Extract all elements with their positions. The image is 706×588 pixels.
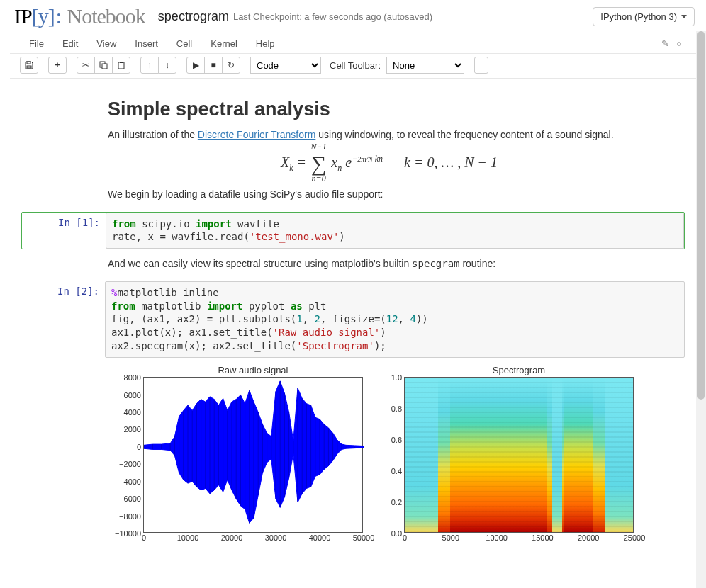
stop-icon: ■	[211, 60, 215, 70]
kw: import	[196, 218, 232, 230]
logo-rbracket: ]	[48, 4, 55, 28]
ytick: 8000	[124, 373, 144, 382]
plot-raw-title: Raw audio signal	[143, 365, 363, 375]
chevron-down-icon	[681, 15, 687, 18]
ytick: −10000	[115, 529, 144, 538]
txt: ,	[398, 313, 410, 324]
xtick: 40000	[309, 532, 331, 542]
ytick: −6000	[119, 494, 144, 503]
ytick: 0.6	[391, 436, 405, 444]
svg-rect-1	[27, 66, 31, 68]
xtick: 10000	[486, 532, 508, 542]
output-plots: Raw audio signal −10000−8000−6000−4000−2…	[108, 365, 671, 533]
num: 4	[410, 313, 415, 324]
code-cell-1[interactable]: In [1]: from scipy.io import wavfile rat…	[21, 212, 685, 250]
page-title: Simple spectral analysis	[108, 98, 671, 120]
kernel-selector-label: IPython (Python 3)	[600, 11, 677, 22]
cell-type-select[interactable]: Code	[250, 57, 321, 74]
ytick: 2000	[124, 425, 144, 434]
p3-prefix: And we can easily view its spectral stru…	[108, 258, 412, 269]
txt: ax2.specgram(x); ax2.set_title(	[111, 340, 296, 351]
p1-suffix: using windowing, to reveal the frequency…	[315, 129, 613, 140]
edit-mode-icon: ✎	[661, 38, 669, 49]
run-cell-button[interactable]: ▶	[186, 57, 205, 74]
play-icon: ▶	[193, 60, 199, 70]
move-cell-up-button[interactable]: ↑	[140, 57, 159, 74]
move-cell-down-button[interactable]: ↓	[158, 57, 176, 74]
ytick: 0.4	[391, 467, 405, 475]
input-prompt-2: In [2]:	[21, 281, 105, 358]
ytick: 0	[137, 443, 144, 451]
cell-toolbar-select[interactable]: None	[386, 57, 464, 74]
cut-cell-button[interactable]: ✂	[77, 57, 95, 74]
menu-kernel[interactable]: Kernel	[201, 34, 247, 53]
xtick: 10000	[177, 532, 199, 542]
txt: scipy.io	[136, 218, 196, 230]
kw: import	[207, 300, 243, 312]
arrow-down-icon: ↓	[165, 60, 169, 70]
paste-icon	[117, 61, 125, 69]
copy-cell-button[interactable]	[94, 57, 113, 74]
kw: from	[112, 218, 136, 230]
ytick: −8000	[119, 512, 144, 521]
restart-kernel-button[interactable]: ↻	[222, 57, 240, 74]
interrupt-kernel-button[interactable]: ■	[204, 57, 223, 74]
spectrogram-area	[405, 378, 633, 532]
scrollbar-thumb[interactable]	[697, 31, 705, 400]
xtick: 0	[403, 532, 407, 542]
menu-insert[interactable]: Insert	[125, 34, 167, 53]
menu-file[interactable]: File	[20, 34, 53, 53]
txt: ,	[303, 313, 315, 324]
xtick: 5000	[442, 532, 459, 542]
xtick: 20000	[578, 532, 600, 542]
code-cell-2[interactable]: In [2]: %matplotlib inline from matplotl…	[21, 281, 685, 358]
txt: wavfile	[232, 218, 279, 230]
axes-spectrogram: 0.00.20.40.60.81.0 050001000015000200002…	[404, 377, 634, 533]
ytick: 0.2	[391, 498, 405, 507]
kernel-status-icon: ○	[676, 38, 682, 49]
svg-rect-0	[27, 62, 30, 64]
loading-paragraph: We begin by loading a datafile using Sci…	[108, 187, 671, 201]
paste-cell-button[interactable]	[112, 57, 130, 74]
input-prompt-1: In [1]:	[22, 213, 106, 249]
logo-ip: IP	[14, 4, 32, 28]
kernel-selector[interactable]: IPython (Python 3)	[593, 7, 695, 26]
txt: plt	[303, 300, 327, 312]
txt: fig, (ax1, ax2) = plt.subplots(	[111, 313, 296, 324]
markdown-cell-1[interactable]: Simple spectral analysis An illustration…	[108, 98, 671, 202]
txt: rate, x = wavfile.read(	[112, 231, 250, 242]
vertical-scrollbar[interactable]	[696, 31, 706, 588]
dft-link[interactable]: Discrete Fourier Transform	[198, 129, 315, 140]
num: 12	[386, 313, 398, 324]
dft-equation: Xk = N−1∑n=0 xn e−2πi⁄N kn k = 0, … , N …	[108, 152, 671, 176]
menu-help[interactable]: Help	[247, 34, 284, 53]
txt: ))	[416, 313, 428, 324]
specgram-code: specgram	[412, 258, 459, 269]
markdown-cell-2[interactable]: And we can easily view its spectral stru…	[108, 256, 671, 271]
notebook-container: Simple spectral analysis An illustration…	[0, 79, 706, 547]
insert-cell-below-button[interactable]: +	[48, 57, 67, 74]
num: 2	[315, 313, 320, 324]
menu-cell[interactable]: Cell	[167, 34, 201, 53]
code-input-1[interactable]: from scipy.io import wavfile rate, x = w…	[106, 213, 684, 249]
ipython-logo: IP[y]: Notebook	[14, 4, 145, 28]
code-input-2[interactable]: %matplotlib inline from matplotlib impor…	[105, 281, 685, 358]
specgram-paragraph: And we can easily view its spectral stru…	[108, 256, 671, 271]
save-button[interactable]	[20, 57, 38, 74]
txt: matplotlib inline	[117, 287, 218, 298]
logo-lbracket: [	[32, 4, 38, 28]
intro-paragraph: An illustration of the Discrete Fourier …	[108, 128, 671, 142]
svg-rect-3	[102, 64, 107, 69]
txt: )	[339, 231, 344, 242]
xtick: 15000	[532, 532, 554, 542]
p1-prefix: An illustration of the	[108, 129, 198, 140]
xtick: 0	[142, 532, 146, 542]
ytick: 4000	[124, 408, 144, 417]
menu-view[interactable]: View	[87, 34, 125, 53]
menu-edit[interactable]: Edit	[53, 34, 87, 53]
toolbar-extra-button[interactable]	[474, 57, 488, 74]
svg-rect-4	[118, 62, 124, 69]
notebook-name[interactable]: spectrogram	[158, 9, 229, 24]
scissors-icon: ✂	[82, 60, 89, 70]
toolbar: + ✂ ↑ ↓ ▶ ■ ↻ Code Cell Toolbar: None	[10, 54, 696, 79]
